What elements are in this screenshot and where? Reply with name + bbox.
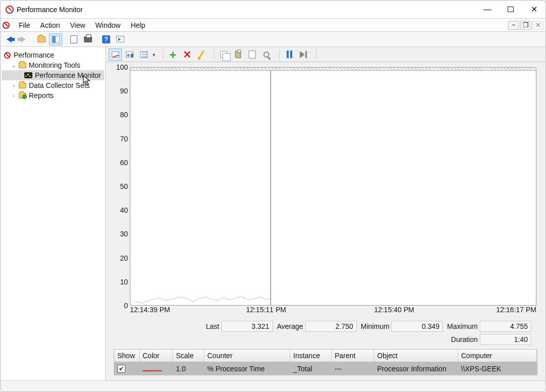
cell-computer: \\XPS-GEEK (458, 363, 537, 375)
duration-value: 1:40 (480, 334, 531, 345)
last-value: 3.321 (221, 321, 273, 332)
y-axis: 0102030405060708090100 (113, 67, 130, 306)
app-icon-small (3, 22, 10, 29)
counters-row[interactable]: ✔ 1.0 % Processor Time _Total --- Proces… (114, 362, 537, 375)
folder-icon (19, 83, 26, 88)
y-tick-label: 10 (120, 278, 128, 286)
y-tick-label: 90 (120, 87, 128, 95)
header-computer[interactable]: Computer (458, 350, 537, 362)
mdi-restore-button[interactable]: ❐ (520, 21, 531, 30)
menu-help[interactable]: Help (125, 20, 150, 30)
navigation-tree[interactable]: Performance ⌄ Monitoring Tools Performan… (1, 47, 106, 380)
view-report-button[interactable] (137, 48, 150, 61)
folder-icon (19, 93, 26, 99)
duration-label: Duration (451, 335, 478, 344)
forward-button[interactable] (17, 33, 30, 45)
copy-properties-button[interactable] (217, 48, 231, 61)
average-label: Average (277, 322, 303, 330)
chart-area: 0102030405060708090100 12:14:39 PM12:15:… (106, 62, 545, 319)
y-tick-label: 40 (120, 206, 128, 214)
cell-instance: _Total (290, 363, 332, 375)
menubar: File Action View Window Help − ❐ ✕ (1, 19, 545, 32)
expand-icon[interactable]: › (11, 93, 17, 99)
perfmon-icon (24, 72, 32, 78)
tree-node-reports[interactable]: › Reports (2, 90, 104, 101)
minimize-button[interactable]: — (476, 1, 499, 19)
y-tick-label: 70 (120, 135, 128, 143)
add-counter-button[interactable]: ＋ (166, 48, 179, 61)
histogram-icon (126, 52, 133, 58)
chart-toolbar: ▼ ＋ ✕ (106, 47, 545, 62)
tree-label: Reports (29, 91, 54, 100)
cell-parent: --- (332, 363, 374, 375)
view-line-chart-button[interactable] (109, 48, 122, 61)
counters-table[interactable]: Show Color Scale Counter Instance Parent… (114, 349, 537, 375)
mdi-close-button[interactable]: ✕ (532, 21, 543, 30)
maximum-value: 4.755 (480, 321, 531, 332)
average-value: 2.750 (305, 321, 357, 332)
header-counter[interactable]: Counter (204, 350, 290, 362)
x-axis: 12:14:39 PM12:15:11 PM12:15:40 PM12:16:1… (130, 306, 536, 317)
tree-root-performance[interactable]: Performance (2, 50, 104, 60)
counters-header-row: Show Color Scale Counter Instance Parent… (114, 350, 537, 362)
tree-root-label: Performance (14, 51, 54, 59)
back-button[interactable] (3, 33, 16, 45)
header-scale[interactable]: Scale (173, 350, 204, 362)
header-instance[interactable]: Instance (290, 350, 332, 362)
zoom-button[interactable] (260, 48, 273, 61)
plot-area[interactable] (130, 67, 536, 306)
cell-scale: 1.0 (173, 363, 204, 375)
status-bar (1, 380, 545, 391)
show-checkbox[interactable]: ✔ (117, 365, 125, 373)
skip-icon (300, 51, 307, 58)
properties-button[interactable] (67, 33, 80, 45)
y-tick-label: 60 (120, 159, 128, 167)
show-console-button[interactable] (114, 33, 127, 45)
y-tick-label: 20 (120, 254, 128, 262)
cell-object: Processor Information (374, 363, 458, 375)
collapse-icon[interactable]: ⌄ (11, 63, 17, 68)
view-histogram-button[interactable] (123, 48, 136, 61)
menu-view[interactable]: View (65, 20, 90, 30)
header-object[interactable]: Object (374, 350, 458, 362)
header-show[interactable]: Show (114, 350, 140, 362)
x-tick-label: 12:15:11 PM (246, 306, 286, 314)
y-tick-label: 0 (124, 302, 128, 310)
app-icon (6, 6, 14, 14)
properties-button[interactable] (246, 48, 259, 61)
freeze-display-button[interactable] (283, 48, 296, 61)
y-tick-label: 80 (120, 111, 128, 119)
report-icon (140, 51, 148, 58)
tree-node-data-collector-sets[interactable]: › Data Collector Sets (2, 80, 104, 90)
close-button[interactable]: ✕ (522, 1, 545, 19)
maximize-button[interactable] (499, 1, 522, 19)
statistics-bar: Last3.321 Average2.750 Minimum0.349 Maxi… (106, 319, 545, 346)
help-button[interactable]: ? (100, 33, 113, 45)
cell-counter: % Processor Time (204, 363, 290, 375)
menu-action[interactable]: Action (35, 20, 65, 30)
header-color[interactable]: Color (140, 350, 173, 362)
series-line (134, 297, 270, 304)
folder-icon (19, 63, 26, 68)
plus-icon: ＋ (167, 49, 178, 60)
menu-file[interactable]: File (14, 20, 35, 30)
highlight-button[interactable] (195, 48, 208, 61)
show-hide-action-pane-button[interactable] (49, 33, 62, 45)
expand-icon[interactable]: › (11, 83, 17, 88)
mdi-minimize-button[interactable]: − (508, 21, 519, 30)
tree-node-performance-monitor[interactable]: Performance Monitor (2, 70, 104, 80)
x-tick-label: 12:14:39 PM (130, 306, 170, 314)
update-data-button[interactable] (297, 48, 310, 61)
y-tick-label: 30 (120, 230, 128, 238)
paste-button[interactable] (232, 48, 245, 61)
pencil-icon (198, 50, 204, 58)
view-dropdown-button[interactable]: ▼ (151, 52, 157, 58)
remove-counter-button[interactable]: ✕ (180, 48, 194, 61)
tree-node-monitoring-tools[interactable]: ⌄ Monitoring Tools (2, 60, 104, 70)
header-parent[interactable]: Parent (332, 350, 374, 362)
delete-icon: ✕ (183, 50, 192, 60)
show-hide-tree-button[interactable] (35, 33, 48, 45)
menu-window[interactable]: Window (90, 20, 126, 30)
copy-icon (220, 51, 228, 58)
print-button[interactable] (81, 33, 95, 45)
